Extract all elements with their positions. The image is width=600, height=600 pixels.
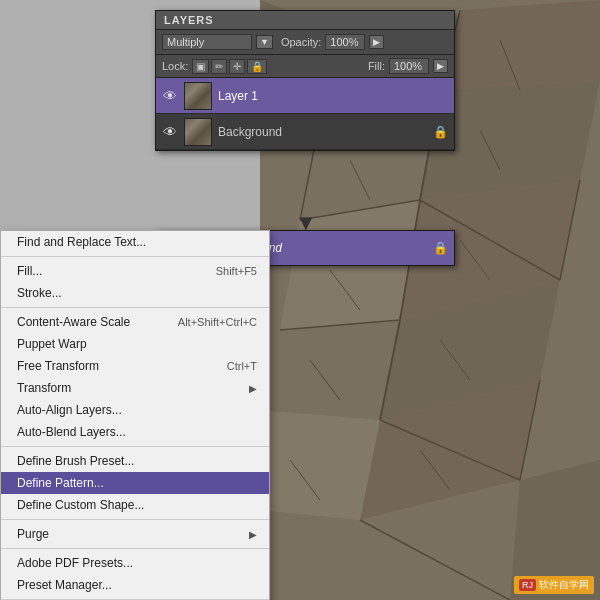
lock-position-btn[interactable]: ✛ [229, 59, 245, 74]
menu-separator-1 [1, 256, 269, 257]
watermark: RJ 软件自学网 [514, 576, 594, 594]
opacity-label: Opacity: [281, 36, 321, 48]
lock-transparent-btn[interactable]: ▣ [192, 59, 209, 74]
background-visibility-icon[interactable]: 👁 [162, 124, 178, 140]
menu-separator-3 [1, 446, 269, 447]
menu-item-define-pattern[interactable]: Define Pattern... [1, 472, 269, 494]
svg-marker-3 [440, 0, 600, 90]
layer-row-background[interactable]: 👁 Background 🔒 [156, 114, 454, 150]
menu-item-stroke[interactable]: Stroke... [1, 282, 269, 304]
watermark-text: 软件自学网 [539, 578, 589, 592]
menu-item-auto-align[interactable]: Auto-Align Layers... [1, 399, 269, 421]
layer1-name: Layer 1 [218, 89, 448, 103]
menu-item-define-custom-shape[interactable]: Define Custom Shape... [1, 494, 269, 516]
opacity-input[interactable] [325, 34, 365, 50]
menu-separator-4 [1, 519, 269, 520]
menu-item-define-brush[interactable]: Define Brush Preset... [1, 450, 269, 472]
menu-item-free-transform[interactable]: Free Transform Ctrl+T [1, 355, 269, 377]
selected-layer-lock: 🔒 [433, 241, 448, 255]
background-lock-badge: 🔒 [433, 125, 448, 139]
lock-all-btn[interactable]: 🔒 [247, 59, 267, 74]
layers-lock-row: Lock: ▣ ✏ ✛ 🔒 Fill: ▶ [156, 55, 454, 78]
lock-label: Lock: [162, 60, 188, 72]
lock-icons: ▣ ✏ ✛ 🔒 [192, 59, 267, 74]
layers-toolbar: Multiply Normal Screen ▼ Opacity: ▶ [156, 30, 454, 55]
layer-row-layer1[interactable]: 👁 Layer 1 [156, 78, 454, 114]
layer1-visibility-icon[interactable]: 👁 [162, 88, 178, 104]
svg-marker-10 [260, 410, 380, 520]
menu-item-fill[interactable]: Fill... Shift+F5 [1, 260, 269, 282]
menu-item-purge[interactable]: Purge ▶ [1, 523, 269, 545]
menu-separator-2 [1, 307, 269, 308]
opacity-arrow[interactable]: ▶ [369, 35, 384, 49]
blend-mode-select[interactable]: Multiply Normal Screen [162, 34, 252, 50]
background-layer-name: Background [218, 125, 427, 139]
menu-separator-5 [1, 548, 269, 549]
menu-item-preset-manager[interactable]: Preset Manager... [1, 574, 269, 596]
menu-item-find-replace[interactable]: Find and Replace Text... [1, 231, 269, 253]
menu-item-pdf-presets[interactable]: Adobe PDF Presets... [1, 552, 269, 574]
menu-item-auto-blend[interactable]: Auto-Blend Layers... [1, 421, 269, 443]
context-menu: Find and Replace Text... Fill... Shift+F… [0, 230, 270, 600]
layers-panel: LAYERS Multiply Normal Screen ▼ Opacity:… [155, 10, 455, 151]
fill-arrow[interactable]: ▶ [433, 59, 448, 73]
blend-mode-arrow[interactable]: ▼ [256, 35, 273, 49]
menu-item-content-aware-scale[interactable]: Content-Aware Scale Alt+Shift+Ctrl+C [1, 311, 269, 333]
menu-item-puppet-warp[interactable]: Puppet Warp [1, 333, 269, 355]
layers-panel-title: LAYERS [156, 11, 454, 30]
lock-image-btn[interactable]: ✏ [211, 59, 227, 74]
svg-marker-8 [260, 320, 400, 420]
background-thumbnail [184, 118, 212, 146]
menu-item-transform[interactable]: Transform ▶ [1, 377, 269, 399]
watermark-icon: RJ [519, 579, 536, 591]
fill-label: Fill: [368, 60, 385, 72]
fill-input[interactable] [389, 58, 429, 74]
layer1-thumbnail [184, 82, 212, 110]
